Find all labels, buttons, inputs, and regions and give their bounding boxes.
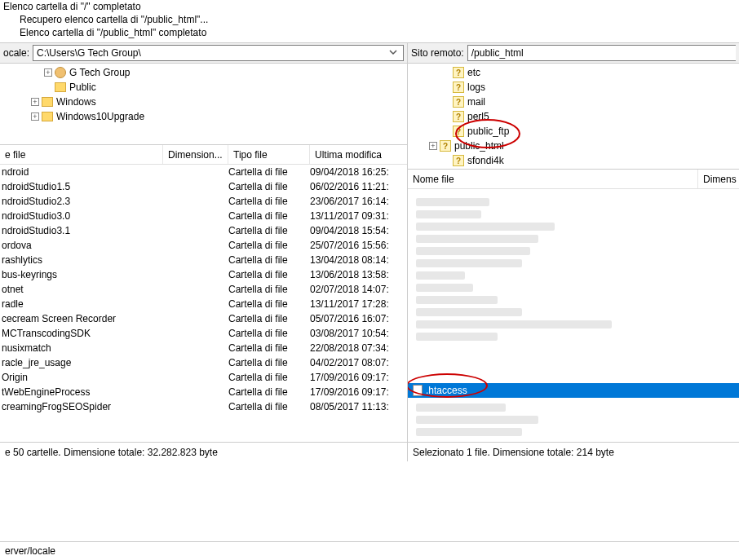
- local-file-row[interactable]: rashlyticsCartella di file13/04/2018 08:…: [0, 253, 407, 267]
- file-type: Cartella di file: [228, 298, 310, 310]
- local-path-combo[interactable]: C:\Users\G Tech Group\: [33, 45, 404, 61]
- remote-folder-tree[interactable]: ?etc?logs?mail?perl5?public_ftp+?public_…: [408, 64, 739, 170]
- local-file-row[interactable]: ndroidCartella di file09/04/2018 16:25:: [0, 165, 407, 179]
- unknown-folder-icon: ?: [453, 111, 464, 122]
- local-file-row[interactable]: nusixmatchCartella di file22/08/2018 07:…: [0, 341, 407, 355]
- tree-item-label: logs: [467, 82, 485, 93]
- local-file-row[interactable]: racle_jre_usageCartella di file04/02/201…: [0, 355, 407, 370]
- tree-expander[interactable]: +: [31, 112, 39, 121]
- file-modified: 17/09/2016 09:17:: [310, 372, 407, 383]
- tree-item[interactable]: ?etc: [409, 65, 737, 80]
- remote-path-value: /public_html: [471, 47, 524, 59]
- file-name: creamingFrogSEOSpider: [0, 401, 163, 412]
- folder-icon: [42, 97, 53, 107]
- local-file-row[interactable]: bus-keyringsCartella di file13/06/2018 1…: [0, 267, 407, 282]
- file-type: Cartella di file: [228, 181, 310, 192]
- file-type: Cartella di file: [228, 166, 310, 178]
- file-modified: 09/04/2018 15:54:: [310, 225, 407, 236]
- file-type: Cartella di file: [228, 342, 310, 354]
- tree-item[interactable]: +Windows: [2, 95, 405, 109]
- header-size[interactable]: Dimens: [698, 170, 739, 188]
- log-line: Recupero elenco cartella di "/public_htm…: [3, 13, 736, 26]
- file-modified: 08/05/2017 11:13:: [310, 401, 407, 412]
- file-modified: 17/09/2016 09:17:: [310, 386, 407, 398]
- remote-list-header[interactable]: Nome file Dimens: [408, 170, 739, 189]
- local-list-header[interactable]: e file Dimension... Tipo file Ultima mod…: [0, 145, 407, 165]
- bottom-tab[interactable]: erver/locale: [0, 541, 739, 560]
- remote-file-row-selected[interactable]: .htaccess: [408, 383, 739, 398]
- file-modified: 04/02/2017 08:07:: [310, 357, 407, 368]
- local-pane: ocale: C:\Users\G Tech Group\ +G Tech Gr…: [0, 43, 408, 461]
- tree-item-label: perl5: [467, 111, 489, 122]
- file-type: Cartella di file: [228, 284, 310, 295]
- tree-expander[interactable]: +: [429, 142, 437, 150]
- remote-path-combo[interactable]: /public_html: [467, 45, 736, 61]
- local-status: e 50 cartelle. Dimensione totale: 32.282…: [0, 442, 407, 461]
- local-file-row[interactable]: ordovaCartella di file25/07/2016 15:56:: [0, 238, 407, 253]
- file-modified: 13/11/2017 09:31:: [310, 210, 407, 222]
- tree-item[interactable]: +G Tech Group: [2, 65, 405, 80]
- tree-item[interactable]: ?public_ftp: [409, 124, 737, 139]
- local-file-row[interactable]: tWebEngineProcessCartella di file17/09/2…: [0, 385, 407, 399]
- local-folder-tree[interactable]: +G Tech GroupPublic+Windows+Windows10Upg…: [0, 64, 407, 145]
- file-type: Cartella di file: [228, 313, 310, 324]
- tree-item[interactable]: +?public_html: [409, 139, 737, 153]
- local-file-row[interactable]: ndroidStudio1.5Cartella di file06/02/201…: [0, 179, 407, 194]
- tree-item[interactable]: +Windows10Upgrade: [2, 109, 405, 124]
- tree-item[interactable]: ?mail: [409, 95, 737, 109]
- tree-item-label: mail: [467, 96, 485, 108]
- file-modified: 13/04/2018 08:14:: [310, 254, 407, 266]
- file-modified: 02/07/2018 14:07:: [310, 284, 407, 295]
- file-type: Cartella di file: [228, 401, 310, 412]
- file-modified: 13/11/2017 17:28:: [310, 298, 407, 310]
- header-type[interactable]: Tipo file: [228, 145, 310, 164]
- tree-item-label: etc: [467, 67, 480, 78]
- local-file-row[interactable]: radleCartella di file13/11/2017 17:28:: [0, 297, 407, 311]
- tree-item-label: Windows: [56, 96, 96, 108]
- header-size[interactable]: Dimension...: [163, 145, 228, 164]
- tree-expander[interactable]: +: [44, 68, 52, 77]
- file-name: nusixmatch: [0, 342, 163, 354]
- file-name: MCTranscodingSDK: [0, 328, 163, 339]
- file-name: ndroidStudio2.3: [0, 196, 163, 207]
- folder-icon: [42, 112, 53, 121]
- file-type: Cartella di file: [228, 196, 310, 207]
- tree-item[interactable]: Public: [2, 80, 405, 95]
- local-file-row[interactable]: ndroidStudio3.0Cartella di file13/11/201…: [0, 209, 407, 223]
- local-path-value: C:\Users\G Tech Group\: [37, 47, 141, 59]
- file-modified: 03/08/2017 10:54:: [310, 328, 407, 339]
- user-icon: [55, 67, 66, 78]
- file-modified: 09/04/2018 16:25:: [310, 166, 407, 178]
- header-name[interactable]: e file: [0, 145, 163, 164]
- file-name: ordova: [0, 240, 163, 251]
- local-file-row[interactable]: creamingFrogSEOSpiderCartella di file08/…: [0, 399, 407, 414]
- local-file-row[interactable]: MCTranscodingSDKCartella di file03/08/20…: [0, 326, 407, 341]
- file-name: ndroidStudio3.1: [0, 225, 163, 236]
- local-file-row[interactable]: cecream Screen RecorderCartella di file0…: [0, 311, 407, 326]
- tree-item[interactable]: ?perl5: [409, 109, 737, 124]
- tree-item[interactable]: ?logs: [409, 80, 737, 95]
- tree-item[interactable]: ?sfondi4k: [409, 153, 737, 168]
- file-type: Cartella di file: [228, 328, 310, 339]
- local-file-row[interactable]: ndroidStudio2.3Cartella di file23/06/201…: [0, 194, 407, 209]
- local-file-row[interactable]: otnetCartella di file02/07/2018 14:07:: [0, 282, 407, 297]
- tree-item-label: sfondi4k: [467, 155, 504, 166]
- file-modified: 05/07/2016 16:07:: [310, 313, 407, 324]
- file-type: Cartella di file: [228, 254, 310, 266]
- file-name: tWebEngineProcess: [0, 386, 163, 398]
- header-modified[interactable]: Ultima modifica: [310, 145, 407, 164]
- chevron-down-icon[interactable]: [387, 47, 400, 59]
- tree-item-label: Public: [69, 82, 96, 93]
- file-name: Origin: [0, 372, 163, 383]
- local-site-label: ocale:: [3, 47, 29, 59]
- local-file-row[interactable]: ndroidStudio3.1Cartella di file09/04/201…: [0, 223, 407, 238]
- remote-site-label: Sito remoto:: [411, 47, 464, 59]
- file-name: otnet: [0, 284, 163, 295]
- local-file-row[interactable]: OriginCartella di file17/09/2016 09:17:: [0, 370, 407, 385]
- file-name: rashlytics: [0, 254, 163, 266]
- remote-file-list[interactable]: .htaccess: [408, 189, 739, 442]
- header-name[interactable]: Nome file: [408, 170, 698, 188]
- file-type: Cartella di file: [228, 386, 310, 398]
- local-file-list[interactable]: ndroidCartella di file09/04/2018 16:25:n…: [0, 165, 407, 442]
- tree-expander[interactable]: +: [31, 98, 39, 106]
